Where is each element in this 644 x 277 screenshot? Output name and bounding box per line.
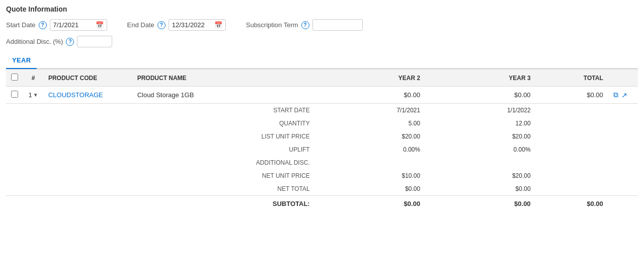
header-total: TOTAL — [536, 70, 608, 87]
tab-bar: YEAR — [6, 52, 638, 69]
subtotal-label: SUBTOTAL: — [132, 196, 315, 212]
detail-list-unit-price-label: LIST UNIT PRICE — [132, 130, 315, 143]
detail-net-unit-price-row: NET UNIT PRICE $10.00 $20.00 — [6, 169, 638, 182]
detail-uplift-year2: 0.00% — [315, 143, 425, 156]
row-actions: ⧉ ↗ — [613, 91, 633, 99]
row-year3: $0.00 — [425, 87, 535, 104]
subscription-term-input[interactable] — [312, 19, 363, 31]
row-number: 1 — [28, 91, 32, 99]
detail-quantity-label: QUANTITY — [132, 117, 315, 130]
detail-start-date-row: START DATE 7/1/2021 1/1/2022 — [6, 104, 638, 117]
subscription-term-help-icon[interactable]: ? — [301, 21, 309, 29]
detail-additional-disc-label: ADDITIONAL DISC. — [132, 156, 315, 169]
select-all-checkbox[interactable] — [11, 74, 18, 81]
detail-uplift-year3: 0.00% — [425, 143, 535, 156]
detail-quantity-row: QUANTITY 5.00 12.00 — [6, 117, 638, 130]
header-year2: YEAR 2 — [315, 70, 425, 87]
start-date-help-icon[interactable]: ? — [39, 21, 47, 29]
detail-quantity-year2: 5.00 — [315, 117, 425, 130]
row-num-cell: 1 ▼ — [23, 87, 43, 104]
header-year3: YEAR 3 — [425, 70, 535, 87]
additional-disc-group: Additional Disc. (%) ? — [6, 36, 618, 47]
start-date-input-wrapper: 📅 — [50, 19, 107, 31]
row-expand-chevron[interactable]: ▼ — [33, 92, 38, 98]
detail-net-total-row: NET TOTAL $0.00 $0.00 — [6, 182, 638, 196]
main-table: # PRODUCT CODE PRODUCT NAME YEAR 2 YEAR … — [6, 69, 638, 212]
detail-uplift-label: UPLIFT — [132, 143, 315, 156]
page-container: Quote Information Start Date ? 📅 End Dat… — [0, 0, 644, 217]
row-year2: $0.00 — [315, 87, 425, 104]
end-date-help-icon[interactable]: ? — [157, 21, 166, 29]
detail-uplift-row: UPLIFT 0.00% 0.00% — [6, 143, 638, 156]
detail-additional-disc-year3 — [425, 156, 535, 169]
subtotal-total: $0.00 — [536, 196, 608, 212]
detail-net-total-year3: $0.00 — [425, 182, 535, 196]
start-date-calendar-icon[interactable]: 📅 — [96, 21, 104, 29]
detail-start-date-label: START DATE — [132, 104, 315, 117]
detail-net-total-label: NET TOTAL — [132, 182, 315, 196]
row-product-name: Cloud Storage 1GB — [132, 87, 315, 104]
start-date-label: Start Date — [6, 21, 36, 29]
row-total: $0.00 — [536, 87, 608, 104]
row-checkbox[interactable] — [11, 91, 18, 98]
page-title: Quote Information — [6, 5, 638, 13]
end-date-calendar-icon[interactable]: 📅 — [214, 21, 222, 29]
tab-year[interactable]: YEAR — [6, 52, 37, 69]
quote-header: Start Date ? 📅 End Date ? 📅 Subscription… — [6, 19, 638, 31]
additional-disc-input[interactable] — [77, 36, 112, 47]
end-date-input[interactable] — [172, 21, 212, 29]
detail-quantity-year3: 12.00 — [425, 117, 535, 130]
end-date-input-wrapper: 📅 — [169, 19, 226, 31]
detail-list-unit-price-row: LIST UNIT PRICE $20.00 $20.00 — [6, 130, 638, 143]
share-icon[interactable]: ↗ — [621, 91, 627, 99]
subtotal-row: SUBTOTAL: $0.00 $0.00 $0.00 — [6, 196, 638, 212]
detail-net-unit-price-year3: $20.00 — [425, 169, 535, 182]
header-actions-col — [608, 70, 638, 87]
row-product-code: CLOUDSTORAGE — [43, 87, 132, 104]
subtotal-year2: $0.00 — [315, 196, 425, 212]
end-date-group: End Date ? 📅 — [127, 19, 226, 31]
row-checkbox-cell — [6, 87, 23, 104]
detail-additional-disc-row: ADDITIONAL DISC. — [6, 156, 638, 169]
detail-net-unit-price-year2: $10.00 — [315, 169, 425, 182]
detail-start-date-year3: 1/1/2022 — [425, 104, 535, 117]
detail-list-unit-price-year3: $20.00 — [425, 130, 535, 143]
detail-net-total-year2: $0.00 — [315, 182, 425, 196]
header-checkbox-col — [6, 70, 23, 87]
start-date-input[interactable] — [53, 21, 94, 29]
row-actions-cell: ⧉ ↗ — [608, 87, 638, 104]
additional-disc-help-icon[interactable]: ? — [66, 38, 74, 46]
detail-start-date-year2: 7/1/2021 — [315, 104, 425, 117]
additional-disc-label: Additional Disc. (%) — [6, 38, 63, 45]
subtotal-year3: $0.00 — [425, 196, 535, 212]
end-date-label: End Date — [127, 21, 154, 29]
start-date-group: Start Date ? 📅 — [6, 19, 107, 31]
detail-net-unit-price-label: NET UNIT PRICE — [132, 169, 315, 182]
header-product-name: PRODUCT NAME — [132, 70, 315, 87]
subscription-term-label: Subscription Term — [246, 21, 298, 29]
header-num-col: # — [23, 70, 43, 87]
subscription-term-group: Subscription Term ? — [246, 19, 363, 31]
header-product-code: PRODUCT CODE — [43, 70, 132, 87]
table-row: 1 ▼ CLOUDSTORAGE Cloud Storage 1GB $0.00… — [6, 87, 638, 104]
copy-icon[interactable]: ⧉ — [613, 91, 618, 99]
table-header-row: # PRODUCT CODE PRODUCT NAME YEAR 2 YEAR … — [6, 70, 638, 87]
detail-additional-disc-year2 — [315, 156, 425, 169]
detail-list-unit-price-year2: $20.00 — [315, 130, 425, 143]
